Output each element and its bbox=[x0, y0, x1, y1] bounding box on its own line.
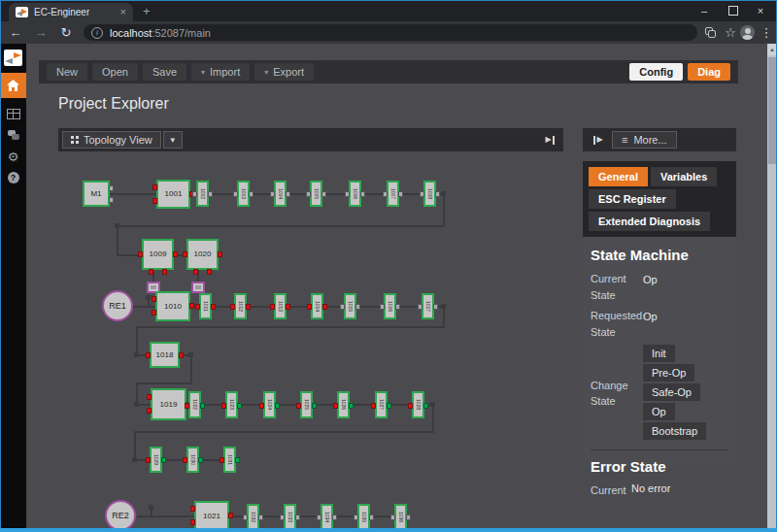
node-1003[interactable]: 1003 bbox=[237, 181, 250, 207]
state-init-button[interactable]: Init bbox=[643, 345, 675, 362]
import-button[interactable]: ▾Import bbox=[191, 63, 250, 81]
sidebar-item-help[interactable]: ? bbox=[0, 168, 26, 187]
more-button[interactable]: ≡ More... bbox=[612, 131, 677, 149]
node-1011[interactable]: 1011 bbox=[199, 293, 212, 319]
wire bbox=[134, 431, 434, 433]
browser-menu-icon[interactable]: ⋮ bbox=[758, 21, 775, 44]
state-safeop-button[interactable]: Safe-Op bbox=[643, 383, 700, 401]
bookmark-star-icon[interactable]: ☆ bbox=[721, 21, 740, 44]
new-tab-button[interactable]: + bbox=[143, 4, 151, 18]
tab-variables[interactable]: Variables bbox=[651, 167, 717, 186]
node-1010[interactable]: 1010 bbox=[155, 291, 190, 321]
save-button[interactable]: Save bbox=[143, 63, 186, 81]
node-RE2[interactable]: RE2 bbox=[105, 500, 136, 528]
node-1017[interactable]: 1017 bbox=[422, 293, 434, 319]
node-1016[interactable]: 1016 bbox=[384, 293, 396, 319]
node-1005[interactable]: 1005 bbox=[310, 181, 322, 207]
tab-general[interactable]: General bbox=[589, 167, 648, 186]
forward-icon[interactable]: → bbox=[31, 21, 51, 44]
sidebar-item-settings[interactable]: ⚙ bbox=[0, 147, 26, 166]
port-red bbox=[152, 310, 156, 316]
node-1002[interactable]: 1002 bbox=[196, 181, 209, 207]
node-1035[interactable]: 1035 bbox=[357, 504, 370, 528]
topology-view-button[interactable]: Topology View bbox=[62, 131, 161, 149]
node-1026[interactable]: 1026 bbox=[337, 391, 350, 418]
window-minimize-button[interactable]: – bbox=[690, 0, 719, 21]
node-1021[interactable]: 1021 bbox=[194, 501, 229, 528]
address-bar[interactable]: i localhost:52087/main bbox=[84, 24, 697, 41]
node-label: 1035 bbox=[361, 512, 366, 522]
port-grey bbox=[345, 191, 350, 197]
sidebar-item-table[interactable] bbox=[0, 104, 26, 123]
node-1018[interactable]: 1018 bbox=[150, 342, 180, 368]
window-close-button[interactable]: × bbox=[746, 0, 775, 21]
open-button[interactable]: Open bbox=[92, 63, 138, 81]
sidebar-item-messages[interactable] bbox=[0, 125, 26, 145]
browser-tab[interactable]: EC-Engineer × bbox=[9, 3, 133, 21]
node-1014[interactable]: 1014 bbox=[311, 293, 323, 319]
node-1028[interactable]: 1028 bbox=[412, 391, 424, 418]
node-1029[interactable]: 1029 bbox=[150, 447, 162, 473]
tab-extended-diagnosis[interactable]: Extended Diagnosis bbox=[589, 212, 710, 231]
node-1012[interactable]: 1012 bbox=[234, 293, 247, 319]
node-M1[interactable]: M1 bbox=[83, 181, 110, 207]
state-machine-title: State Machine bbox=[591, 247, 728, 263]
port-red bbox=[146, 352, 151, 358]
node-1024[interactable]: 1024 bbox=[263, 391, 276, 418]
node-label: 1013 bbox=[278, 301, 283, 312]
state-bootstrap-button[interactable]: Bootstrap bbox=[643, 422, 706, 440]
diag-button[interactable]: Diag bbox=[688, 63, 730, 81]
wire-junction bbox=[188, 352, 193, 357]
new-button[interactable]: New bbox=[47, 63, 87, 81]
node-1013[interactable]: 1013 bbox=[274, 293, 287, 319]
node-1020[interactable]: 1020 bbox=[186, 239, 219, 270]
node-1001[interactable]: 1001 bbox=[156, 180, 190, 209]
node-1027[interactable]: 1027 bbox=[375, 391, 388, 418]
expand-panel-button[interactable]: ▶ bbox=[589, 131, 608, 149]
node-1015[interactable]: 1015 bbox=[344, 293, 356, 319]
node-1033[interactable]: 1033 bbox=[284, 504, 296, 528]
node-1008[interactable]: 1008 bbox=[423, 181, 436, 207]
node-1006[interactable]: 1006 bbox=[349, 181, 361, 207]
node-1032[interactable]: 1032 bbox=[247, 504, 259, 528]
port-grey bbox=[398, 191, 403, 197]
window-maximize-button[interactable] bbox=[719, 0, 748, 21]
node-1007[interactable]: 1007 bbox=[387, 181, 399, 207]
port-green bbox=[312, 403, 317, 409]
view-dropdown-button[interactable]: ▾ bbox=[163, 131, 183, 149]
state-preop-button[interactable]: Pre-Op bbox=[643, 364, 694, 382]
collapse-panel-button[interactable]: ▶ bbox=[540, 131, 559, 149]
reload-icon[interactable]: ↻ bbox=[56, 21, 76, 44]
port-green bbox=[275, 403, 280, 409]
port-grey bbox=[395, 304, 400, 310]
node-label: 1030 bbox=[190, 454, 195, 465]
scrollbar-thumb[interactable] bbox=[768, 57, 776, 164]
back-icon[interactable]: ← bbox=[6, 21, 25, 44]
node-1036[interactable]: 1036 bbox=[394, 504, 407, 528]
node-1009[interactable]: 1009 bbox=[142, 239, 174, 270]
export-button[interactable]: ▾Export bbox=[254, 63, 314, 81]
translate-icon[interactable] bbox=[705, 27, 716, 38]
panel-content: State Machine Current State Op Requested… bbox=[583, 237, 736, 465]
node-1034[interactable]: 1034 bbox=[321, 504, 333, 528]
config-button[interactable]: Config bbox=[629, 63, 683, 81]
node-1004[interactable]: 1004 bbox=[274, 181, 287, 207]
node-1025[interactable]: 1025 bbox=[300, 391, 313, 418]
node-1030[interactable]: 1030 bbox=[186, 447, 199, 473]
sidebar-item-home[interactable] bbox=[0, 73, 26, 98]
node-label: 1023 bbox=[229, 399, 234, 410]
node-1022[interactable]: 1022 bbox=[188, 391, 201, 418]
node-RE1[interactable]: RE1 bbox=[102, 290, 133, 321]
port-grey bbox=[306, 191, 311, 197]
profile-avatar[interactable] bbox=[740, 25, 755, 40]
state-op-button[interactable]: Op bbox=[643, 403, 675, 420]
tab-esc-register[interactable]: ESC Register bbox=[589, 189, 676, 209]
node-1019[interactable]: 1019 bbox=[151, 388, 186, 420]
node-1031[interactable]: 1031 bbox=[223, 447, 236, 473]
tab-close-icon[interactable]: × bbox=[120, 7, 126, 17]
node-1023[interactable]: 1023 bbox=[225, 391, 238, 418]
chevron-down-icon: ▾ bbox=[201, 68, 205, 77]
site-info-icon[interactable]: i bbox=[91, 27, 103, 39]
port-red bbox=[152, 184, 157, 190]
node-module[interactable] bbox=[191, 282, 205, 293]
